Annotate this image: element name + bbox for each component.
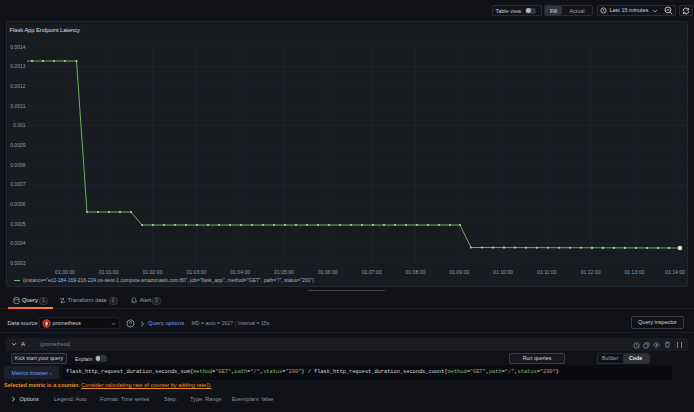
svg-text:0.0007: 0.0007	[10, 181, 26, 187]
svg-text:01:07:00: 01:07:00	[362, 269, 382, 275]
svg-text:0.0008: 0.0008	[10, 162, 26, 168]
svg-text:01:02:00: 01:02:00	[143, 269, 163, 275]
svg-text:0.0009: 0.0009	[10, 142, 26, 148]
svg-text:01:11:00: 01:11:00	[537, 269, 557, 275]
svg-text:01:09:00: 01:09:00	[449, 269, 469, 275]
svg-text:01:04:00: 01:04:00	[230, 269, 250, 275]
svg-text:0.0005: 0.0005	[10, 221, 26, 227]
svg-text:0.0014: 0.0014	[10, 44, 26, 50]
svg-text:01:08:00: 01:08:00	[405, 269, 425, 275]
svg-text:01:03:00: 01:03:00	[186, 269, 206, 275]
svg-text:01:10:00: 01:10:00	[493, 269, 513, 275]
svg-text:0.0012: 0.0012	[10, 83, 26, 89]
svg-text:01:14:00: 01:14:00	[665, 269, 685, 275]
svg-text:0.0013: 0.0013	[10, 63, 26, 69]
svg-text:01:12:00: 01:12:00	[581, 269, 601, 275]
svg-text:0.0004: 0.0004	[10, 240, 26, 246]
svg-text:0.001: 0.001	[13, 122, 26, 128]
svg-text:01:13:00: 01:13:00	[624, 269, 644, 275]
svg-text:0.0003: 0.0003	[10, 260, 26, 266]
svg-text:0.0006: 0.0006	[10, 201, 26, 207]
svg-text:01:01:00: 01:01:00	[99, 269, 119, 275]
svg-text:01:05:00: 01:05:00	[274, 269, 294, 275]
svg-text:0.0011: 0.0011	[11, 103, 26, 109]
svg-text:01:06:00: 01:06:00	[318, 269, 338, 275]
svg-text:01:00:00: 01:00:00	[55, 269, 75, 275]
